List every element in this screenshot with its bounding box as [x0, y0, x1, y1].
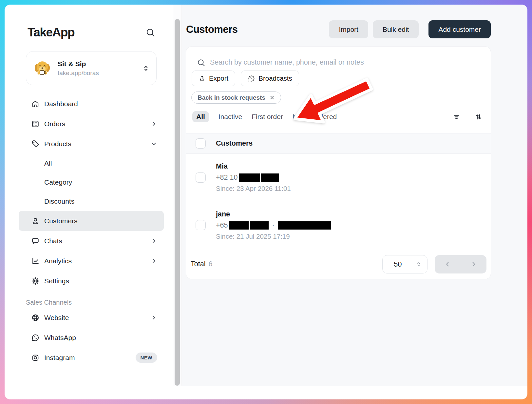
sidebar-item-label: Analytics — [44, 257, 72, 265]
page-size-value: 50 — [394, 260, 402, 269]
sidebar-item-chats[interactable]: Chats — [19, 231, 164, 251]
sidebar-item-instagram[interactable]: Instagram NEW — [19, 348, 164, 368]
redaction-block — [278, 221, 331, 230]
total-value: 6 — [208, 260, 212, 268]
tab-first-order[interactable]: First order — [252, 113, 283, 121]
sidebar-item-dashboard[interactable]: Dashboard — [19, 94, 164, 114]
home-icon — [31, 100, 40, 108]
sidebar-item-products-all[interactable]: All — [19, 154, 164, 173]
sidebar-nav: Dashboard Orders Products All Category D… — [19, 94, 164, 291]
customer-since: Since: 21 Jul 2025 17:19 — [216, 232, 331, 240]
sidebar-item-label: Website — [44, 314, 69, 322]
pagination-controls — [435, 255, 486, 273]
gear-icon — [31, 277, 40, 285]
customer-phone: +82 10 — [216, 173, 291, 182]
upload-icon — [199, 75, 206, 82]
page-size-select[interactable]: 50 — [382, 255, 428, 273]
tab-never-ordered[interactable]: Never-ordered — [293, 113, 337, 121]
tab-inactive[interactable]: Inactive — [218, 113, 242, 121]
table-row[interactable]: Mia +82 10 Since: 23 Apr 2026 11:01 — [186, 154, 491, 201]
app-window: TakeApp — [5, 5, 527, 399]
filter-icon[interactable] — [452, 113, 461, 121]
sidebar-item-orders[interactable]: Orders — [19, 114, 164, 134]
row-checkbox[interactable] — [196, 172, 206, 183]
export-button[interactable]: Export — [192, 71, 235, 86]
select-all-checkbox[interactable] — [196, 138, 206, 149]
chevron-right-icon — [150, 257, 157, 264]
add-customer-button[interactable]: Add customer — [428, 20, 491, 38]
redaction-block — [250, 221, 269, 230]
row-checkbox[interactable] — [196, 220, 206, 230]
workspace-name: Sit & Sip — [58, 60, 99, 68]
sidebar-item-website[interactable]: Website — [19, 308, 164, 328]
sidebar-item-label: Settings — [44, 277, 69, 285]
total-count: Total6 — [191, 260, 212, 268]
bulk-edit-button[interactable]: Bulk edit — [373, 20, 419, 38]
main-content: Customers Import Bulk edit Add customer … — [182, 5, 527, 386]
phone-prefix: +82 10 — [216, 173, 238, 182]
sales-channels-heading: Sales Channels — [26, 299, 164, 306]
page-title: Customers — [186, 24, 238, 35]
scrollbar-thumb[interactable] — [175, 19, 180, 386]
chevron-right-icon — [150, 314, 157, 321]
sidebar-item-analytics[interactable]: Analytics — [19, 251, 164, 271]
broadcasts-button[interactable]: Broadcasts — [241, 71, 299, 86]
import-button[interactable]: Import — [329, 20, 368, 38]
table-footer: Total6 50 — [186, 249, 491, 279]
customer-name: Mia — [216, 162, 291, 171]
app-logo: TakeApp — [28, 26, 74, 39]
phone-prefix: +65 — [216, 221, 228, 230]
broadcasts-label: Broadcasts — [258, 74, 292, 82]
redaction-block — [229, 221, 249, 230]
analytics-icon — [31, 257, 40, 265]
sidebar-item-whatsapp[interactable]: WhatsApp — [19, 328, 164, 348]
scrollbar-track — [173, 5, 181, 386]
tag-icon — [31, 140, 40, 148]
sidebar-item-label: Products — [44, 140, 71, 148]
chevron-down-icon — [150, 140, 157, 147]
tab-all[interactable]: All — [192, 111, 209, 122]
table-header-label: Customers — [216, 139, 253, 148]
total-label: Total — [191, 260, 205, 268]
orders-icon — [31, 120, 40, 128]
sidebar-item-products-category[interactable]: Category — [19, 173, 164, 192]
dot-separator: · — [272, 221, 274, 230]
sidebar-item-products[interactable]: Products — [19, 134, 164, 154]
customer-filter-tabs: All Inactive First order Never-ordered — [192, 111, 483, 123]
chevron-up-down-icon — [415, 261, 422, 268]
sidebar-item-customers[interactable]: Customers — [19, 211, 164, 231]
customer-phone: +65 · — [216, 221, 331, 230]
instagram-icon — [31, 354, 40, 362]
search-icon[interactable] — [145, 28, 155, 37]
workspace-url: take.app/boras — [58, 70, 99, 77]
whatsapp-icon — [31, 333, 40, 342]
sidebar-item-products-discounts[interactable]: Discounts — [19, 192, 164, 211]
sort-icon[interactable] — [474, 113, 483, 121]
workspace-selector[interactable]: Sit & Sip take.app/boras — [26, 51, 157, 85]
customer-since: Since: 23 Apr 2026 11:01 — [216, 185, 291, 192]
sidebar-item-label: Dashboard — [44, 100, 78, 108]
new-badge: NEW — [136, 353, 158, 363]
sidebar-item-label: WhatsApp — [44, 334, 76, 342]
workspace-avatar — [33, 59, 52, 78]
redaction-block — [239, 173, 260, 182]
customer-search-input[interactable] — [210, 58, 483, 67]
sidebar-item-label: Customers — [44, 217, 78, 225]
chat-icon — [31, 237, 40, 245]
customer-name: jane — [216, 210, 331, 218]
filter-chip-back-in-stock[interactable]: Back in stock requests — [191, 91, 281, 104]
chevron-right-icon — [150, 237, 157, 244]
customers-panel: Export Broadcasts Back in stock requests… — [186, 47, 491, 279]
table-row[interactable]: jane +65 · Since: 21 Jul 2025 17:19 — [186, 201, 491, 249]
sidebar-item-label: Instagram — [44, 354, 75, 362]
chevron-right-icon — [150, 120, 157, 127]
close-icon[interactable] — [269, 95, 275, 100]
filter-chip-label: Back in stock requests — [198, 94, 265, 101]
previous-page-button[interactable] — [444, 260, 451, 268]
export-label: Export — [209, 74, 228, 82]
sidebar: TakeApp — [5, 5, 173, 399]
sidebar-item-settings[interactable]: Settings — [19, 271, 164, 291]
person-icon — [31, 217, 40, 225]
next-page-button[interactable] — [470, 260, 477, 268]
sales-channels-nav: Website WhatsApp Instagram NEW — [19, 308, 164, 368]
